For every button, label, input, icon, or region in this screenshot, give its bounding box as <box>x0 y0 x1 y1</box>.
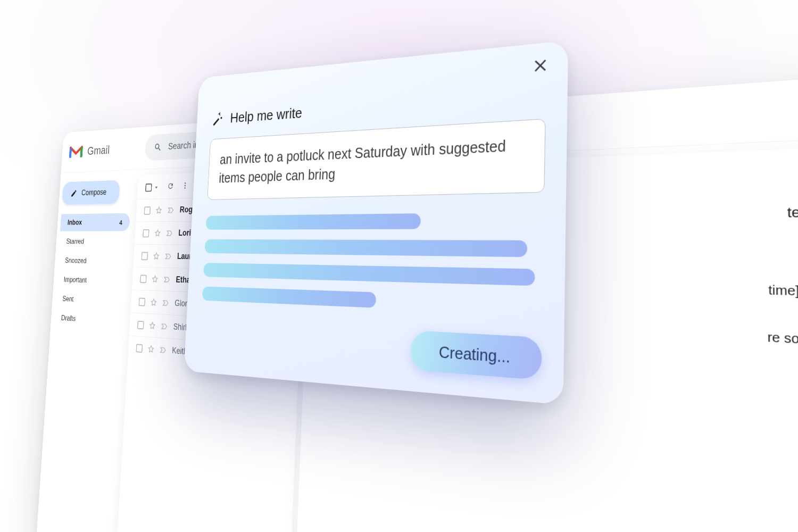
skeleton-line <box>202 286 377 307</box>
sidebar-item-sent[interactable]: Sent <box>55 290 125 311</box>
help-me-write-panel: Help me write an invite to a potluck nex… <box>184 40 568 405</box>
sidebar-item-inbox[interactable]: Inbox 4 <box>60 213 130 231</box>
svg-point-11 <box>185 182 186 184</box>
sidebar-item-starred[interactable]: Starred <box>59 233 129 251</box>
chevron-down-icon <box>153 183 160 192</box>
compose-button[interactable]: Compose <box>62 180 120 205</box>
row-checkbox[interactable] <box>136 344 143 353</box>
svg-point-17 <box>220 117 222 119</box>
important-icon[interactable] <box>160 345 168 355</box>
compose-label: Compose <box>81 188 107 197</box>
row-checkbox[interactable] <box>139 297 146 306</box>
important-icon[interactable] <box>166 228 174 237</box>
star-icon[interactable] <box>155 205 163 214</box>
gmail-logo-icon <box>69 144 84 160</box>
magic-wand-icon <box>211 111 224 127</box>
star-icon[interactable] <box>151 275 159 284</box>
brand: Gmail <box>69 140 145 160</box>
creating-button[interactable]: Creating... <box>410 330 542 380</box>
star-icon[interactable] <box>150 297 157 307</box>
close-icon[interactable] <box>531 56 549 75</box>
skeleton-line <box>203 263 535 286</box>
svg-point-12 <box>185 185 186 186</box>
star-icon[interactable] <box>153 252 160 261</box>
select-all-checkbox[interactable] <box>145 183 160 192</box>
brand-name: Gmail <box>87 143 110 158</box>
important-icon[interactable] <box>163 275 171 284</box>
pencil-icon <box>70 189 77 197</box>
sidebar-item-drafts[interactable]: Drafts <box>54 309 124 331</box>
nav-label: Inbox <box>67 218 82 227</box>
more-icon[interactable] <box>181 181 188 192</box>
skeleton-line <box>206 213 421 230</box>
svg-point-13 <box>185 187 186 189</box>
important-icon[interactable] <box>164 252 172 261</box>
star-icon[interactable] <box>148 321 156 330</box>
skeleton-line <box>204 239 527 257</box>
search-icon <box>154 142 162 152</box>
important-icon[interactable] <box>167 205 175 214</box>
star-icon[interactable] <box>147 344 155 354</box>
popup-title: Help me write <box>230 104 303 126</box>
loading-skeleton <box>202 212 544 315</box>
sidebar-item-important[interactable]: Important <box>56 271 127 291</box>
row-checkbox[interactable] <box>144 206 151 214</box>
refresh-icon[interactable] <box>167 182 174 192</box>
sidebar-item-snoozed[interactable]: Snoozed <box>57 252 128 271</box>
inbox-count: 4 <box>119 218 122 226</box>
prompt-input[interactable]: an invite to a potluck next Saturday wit… <box>207 119 545 200</box>
row-checkbox[interactable] <box>142 252 148 260</box>
important-icon[interactable] <box>162 298 170 307</box>
important-icon[interactable] <box>161 321 169 331</box>
row-checkbox[interactable] <box>140 275 147 283</box>
row-checkbox[interactable] <box>137 320 144 329</box>
star-icon[interactable] <box>154 228 161 237</box>
row-checkbox[interactable] <box>143 229 149 237</box>
